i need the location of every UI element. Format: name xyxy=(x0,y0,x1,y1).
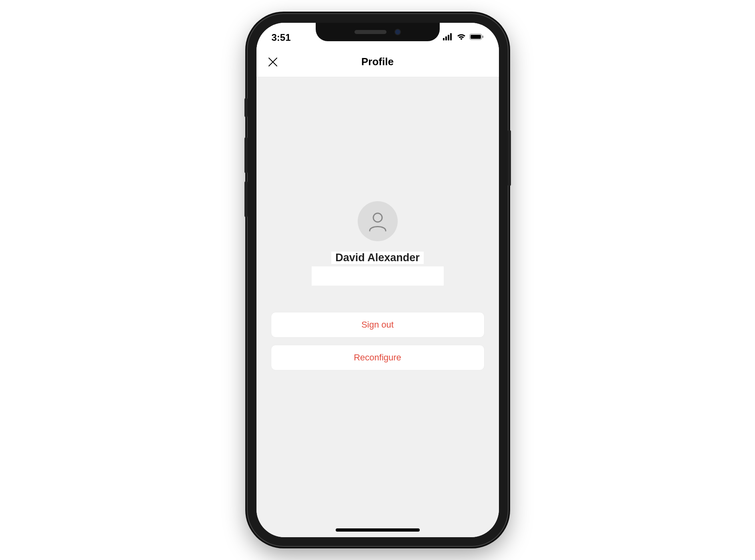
close-icon xyxy=(267,56,279,68)
svg-rect-6 xyxy=(482,36,483,38)
power-button xyxy=(508,130,511,186)
svg-rect-3 xyxy=(450,33,452,40)
person-icon xyxy=(366,210,389,232)
wifi-icon xyxy=(457,33,466,42)
volume-down xyxy=(244,181,248,217)
phone-frame: 3:51 xyxy=(248,14,508,546)
sign-out-label: Sign out xyxy=(361,320,394,330)
svg-rect-1 xyxy=(445,36,447,40)
speaker xyxy=(354,30,387,34)
reconfigure-label: Reconfigure xyxy=(354,352,401,363)
user-email-placeholder xyxy=(312,266,444,286)
mute-switch xyxy=(244,98,248,117)
svg-point-9 xyxy=(373,213,382,222)
svg-rect-0 xyxy=(443,38,445,40)
svg-rect-2 xyxy=(448,35,449,40)
cellular-icon xyxy=(443,33,453,42)
battery-icon xyxy=(469,33,484,42)
home-indicator[interactable] xyxy=(336,528,420,532)
status-time: 3:51 xyxy=(272,32,291,43)
reconfigure-button[interactable]: Reconfigure xyxy=(271,345,485,370)
sign-out-button[interactable]: Sign out xyxy=(271,312,485,338)
svg-rect-5 xyxy=(471,35,481,39)
screen: 3:51 xyxy=(256,23,499,537)
notch xyxy=(316,23,440,41)
phone-side-buttons-left xyxy=(244,98,248,225)
close-button[interactable] xyxy=(267,56,279,68)
user-name: David Alexander xyxy=(331,252,424,264)
page-title: Profile xyxy=(361,56,394,68)
avatar[interactable] xyxy=(358,201,398,241)
content: David Alexander Sign out Reconfigure xyxy=(256,77,499,537)
nav-header: Profile xyxy=(256,47,499,77)
front-camera xyxy=(395,29,401,35)
volume-up xyxy=(244,137,248,173)
status-indicators xyxy=(443,33,484,42)
action-buttons: Sign out Reconfigure xyxy=(256,312,499,370)
